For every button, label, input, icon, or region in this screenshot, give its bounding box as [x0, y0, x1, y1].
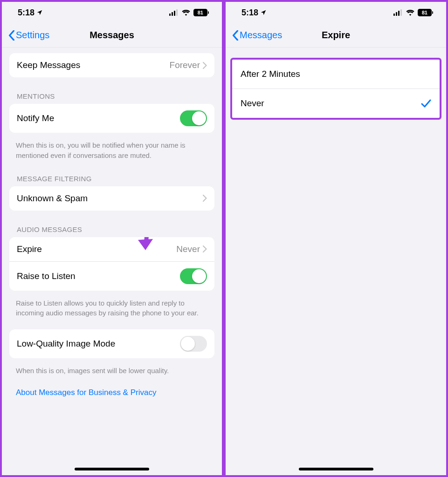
svg-rect-7 [400, 9, 402, 16]
row-label: Notify Me [17, 113, 180, 123]
location-icon [36, 9, 43, 16]
status-bar: 5:18 81 [226, 2, 446, 23]
row-value: Never [176, 244, 200, 254]
svg-rect-5 [396, 12, 397, 16]
section-audio: AUDIO MESSAGES [2, 213, 222, 237]
note-lowq: When this is on, images sent will be low… [2, 361, 222, 378]
section-mentions: MENTIONS [2, 80, 222, 104]
nav-bar: Settings Messages [2, 23, 222, 48]
about-link[interactable]: About Messages for Business & Privacy [2, 378, 170, 408]
row-label: Keep Messages [17, 60, 170, 70]
option-label: Never [241, 98, 421, 109]
expire-content: After 2 Minutes Never [226, 48, 446, 475]
status-time: 5:18 [241, 8, 258, 18]
row-label: Low-Quality Image Mode [17, 339, 180, 349]
checkmark-icon [421, 99, 431, 108]
screenshot-expire-options: 5:18 81 Messages Expire After 2 Minutes … [224, 0, 448, 477]
home-indicator[interactable] [299, 468, 373, 470]
row-value: Forever [170, 60, 200, 70]
section-filtering: MESSAGE FILTERING [2, 163, 222, 186]
note-audio: Raise to Listen allows you to quickly li… [2, 293, 222, 320]
chevron-right-icon [203, 245, 207, 252]
back-button-settings[interactable]: Settings [6, 28, 52, 42]
svg-rect-0 [169, 14, 171, 16]
location-icon [260, 9, 267, 16]
row-expire[interactable]: Expire Never [9, 237, 214, 261]
back-label: Messages [240, 30, 282, 41]
option-label: After 2 Minutes [241, 69, 431, 79]
status-bar: 5:18 81 [2, 2, 222, 23]
nav-bar: Messages Expire [226, 23, 446, 48]
home-indicator[interactable] [75, 468, 149, 470]
battery-icon: 81 [193, 9, 209, 16]
row-low-quality-image[interactable]: Low-Quality Image Mode [9, 329, 214, 358]
screenshot-messages-settings: 5:18 81 Settings Messages Keep Messages … [0, 0, 224, 477]
chevron-left-icon [232, 30, 239, 41]
cellular-icon [393, 9, 403, 16]
wifi-icon [406, 9, 415, 16]
toggle-raise-to-listen[interactable] [180, 268, 207, 284]
note-mentions: When this is on, you will be notified wh… [2, 136, 222, 163]
back-label: Settings [16, 30, 49, 41]
back-button-messages[interactable]: Messages [229, 28, 285, 42]
option-never[interactable]: Never [232, 89, 440, 118]
cellular-icon [169, 9, 179, 16]
row-raise-to-listen[interactable]: Raise to Listen [9, 261, 214, 291]
status-time: 5:18 [18, 8, 34, 18]
svg-rect-2 [174, 11, 175, 16]
row-label: Raise to Listen [17, 271, 180, 281]
row-keep-messages[interactable]: Keep Messages Forever [9, 53, 214, 77]
chevron-left-icon [8, 30, 15, 41]
svg-rect-6 [398, 11, 400, 16]
svg-rect-1 [172, 12, 173, 16]
chevron-right-icon [203, 195, 207, 202]
row-label: Expire [17, 244, 176, 254]
row-label: Unknown & Spam [17, 193, 203, 204]
expire-options-group: After 2 Minutes Never [230, 58, 441, 120]
wifi-icon [181, 9, 191, 16]
option-after-2-minutes[interactable]: After 2 Minutes [232, 60, 440, 89]
battery-icon: 81 [418, 9, 433, 16]
toggle-low-quality[interactable] [180, 336, 207, 352]
chevron-right-icon [203, 62, 207, 69]
row-notify-me[interactable]: Notify Me [9, 104, 214, 133]
svg-rect-3 [176, 9, 178, 16]
row-unknown-spam[interactable]: Unknown & Spam [9, 186, 214, 211]
svg-rect-4 [393, 14, 395, 16]
settings-content: Keep Messages Forever MENTIONS Notify Me… [2, 48, 222, 475]
toggle-notify-me[interactable] [180, 110, 207, 126]
